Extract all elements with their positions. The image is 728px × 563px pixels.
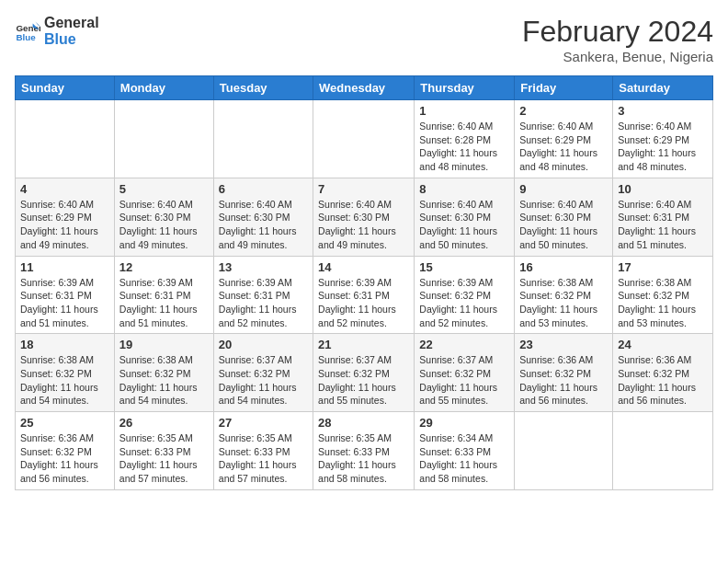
logo-line2: Blue xyxy=(44,31,99,48)
day-info: Sunrise: 6:36 AM Sunset: 6:32 PM Dayligh… xyxy=(519,353,608,408)
day-number: 25 xyxy=(20,416,109,430)
day-cell: 7Sunrise: 6:40 AM Sunset: 6:30 PM Daylig… xyxy=(313,178,415,256)
day-info: Sunrise: 6:38 AM Sunset: 6:32 PM Dayligh… xyxy=(519,276,608,330)
day-info: Sunrise: 6:38 AM Sunset: 6:32 PM Dayligh… xyxy=(119,353,209,408)
day-info: Sunrise: 6:40 AM Sunset: 6:30 PM Dayligh… xyxy=(419,198,509,252)
day-number: 13 xyxy=(219,260,308,274)
day-number: 5 xyxy=(119,182,209,196)
day-info: Sunrise: 6:40 AM Sunset: 6:30 PM Dayligh… xyxy=(119,198,209,252)
day-number: 21 xyxy=(318,338,409,351)
day-info: Sunrise: 6:35 AM Sunset: 6:33 PM Dayligh… xyxy=(318,431,409,486)
day-info: Sunrise: 6:39 AM Sunset: 6:31 PM Dayligh… xyxy=(20,276,109,330)
day-cell xyxy=(515,412,613,490)
day-header-thursday: Thursday xyxy=(415,76,515,100)
day-number: 2 xyxy=(519,104,608,118)
day-info: Sunrise: 6:35 AM Sunset: 6:33 PM Dayligh… xyxy=(119,431,209,486)
day-number: 11 xyxy=(20,260,109,274)
calendar-table: SundayMondayTuesdayWednesdayThursdayFrid… xyxy=(15,75,713,490)
day-number: 27 xyxy=(219,416,308,430)
day-cell: 4Sunrise: 6:40 AM Sunset: 6:29 PM Daylig… xyxy=(16,178,115,256)
day-number: 28 xyxy=(318,416,409,430)
day-header-sunday: Sunday xyxy=(16,76,115,100)
day-info: Sunrise: 6:38 AM Sunset: 6:32 PM Dayligh… xyxy=(20,353,109,408)
day-cell: 14Sunrise: 6:39 AM Sunset: 6:31 PM Dayli… xyxy=(313,256,415,334)
day-info: Sunrise: 6:40 AM Sunset: 6:28 PM Dayligh… xyxy=(419,120,509,174)
day-number: 3 xyxy=(618,104,708,118)
day-number: 10 xyxy=(618,182,708,196)
week-row-5: 25Sunrise: 6:36 AM Sunset: 6:32 PM Dayli… xyxy=(16,412,713,490)
day-number: 14 xyxy=(318,260,409,274)
day-cell: 15Sunrise: 6:39 AM Sunset: 6:32 PM Dayli… xyxy=(415,256,515,334)
day-number: 8 xyxy=(419,182,509,196)
day-number: 23 xyxy=(519,338,608,351)
day-info: Sunrise: 6:35 AM Sunset: 6:33 PM Dayligh… xyxy=(219,431,308,486)
logo: General Blue General Blue xyxy=(15,15,99,47)
day-number: 19 xyxy=(119,338,209,351)
day-number: 16 xyxy=(519,260,608,274)
day-number: 17 xyxy=(618,260,708,274)
day-cell: 21Sunrise: 6:37 AM Sunset: 6:32 PM Dayli… xyxy=(313,334,415,412)
day-info: Sunrise: 6:39 AM Sunset: 6:31 PM Dayligh… xyxy=(219,276,308,330)
day-number: 7 xyxy=(318,182,409,196)
day-info: Sunrise: 6:39 AM Sunset: 6:32 PM Dayligh… xyxy=(419,276,509,330)
day-info: Sunrise: 6:40 AM Sunset: 6:30 PM Dayligh… xyxy=(318,198,409,252)
day-cell: 23Sunrise: 6:36 AM Sunset: 6:32 PM Dayli… xyxy=(515,334,613,412)
day-header-friday: Friday xyxy=(515,76,613,100)
day-cell: 11Sunrise: 6:39 AM Sunset: 6:31 PM Dayli… xyxy=(16,256,115,334)
day-cell: 26Sunrise: 6:35 AM Sunset: 6:33 PM Dayli… xyxy=(114,412,213,490)
day-cell xyxy=(313,100,415,178)
day-info: Sunrise: 6:40 AM Sunset: 6:30 PM Dayligh… xyxy=(519,198,608,252)
day-cell: 28Sunrise: 6:35 AM Sunset: 6:33 PM Dayli… xyxy=(313,412,415,490)
day-cell: 6Sunrise: 6:40 AM Sunset: 6:30 PM Daylig… xyxy=(213,178,313,256)
day-info: Sunrise: 6:40 AM Sunset: 6:31 PM Dayligh… xyxy=(618,198,708,252)
day-number: 6 xyxy=(219,182,308,196)
day-number: 9 xyxy=(519,182,608,196)
day-cell: 25Sunrise: 6:36 AM Sunset: 6:32 PM Dayli… xyxy=(16,412,115,490)
day-cell: 24Sunrise: 6:36 AM Sunset: 6:32 PM Dayli… xyxy=(613,334,713,412)
calendar-title: February 2024 xyxy=(522,15,713,49)
day-cell: 12Sunrise: 6:39 AM Sunset: 6:31 PM Dayli… xyxy=(114,256,213,334)
day-header-saturday: Saturday xyxy=(613,76,713,100)
day-cell: 29Sunrise: 6:34 AM Sunset: 6:33 PM Dayli… xyxy=(415,412,515,490)
week-row-3: 11Sunrise: 6:39 AM Sunset: 6:31 PM Dayli… xyxy=(16,256,713,334)
day-cell: 3Sunrise: 6:40 AM Sunset: 6:29 PM Daylig… xyxy=(613,100,713,178)
logo-line1: General xyxy=(44,15,99,31)
day-number: 15 xyxy=(419,260,509,274)
day-cell xyxy=(613,412,713,490)
day-cell: 9Sunrise: 6:40 AM Sunset: 6:30 PM Daylig… xyxy=(515,178,613,256)
page-header: General Blue General Blue February 2024 … xyxy=(15,15,713,64)
day-cell: 20Sunrise: 6:37 AM Sunset: 6:32 PM Dayli… xyxy=(213,334,313,412)
day-number: 24 xyxy=(618,338,708,351)
day-cell xyxy=(213,100,313,178)
day-info: Sunrise: 6:40 AM Sunset: 6:29 PM Dayligh… xyxy=(20,198,109,252)
day-cell xyxy=(16,100,115,178)
week-row-2: 4Sunrise: 6:40 AM Sunset: 6:29 PM Daylig… xyxy=(16,178,713,256)
day-info: Sunrise: 6:39 AM Sunset: 6:31 PM Dayligh… xyxy=(318,276,409,330)
day-number: 29 xyxy=(419,416,509,430)
day-info: Sunrise: 6:36 AM Sunset: 6:32 PM Dayligh… xyxy=(20,431,109,486)
day-number: 4 xyxy=(20,182,109,196)
day-cell: 8Sunrise: 6:40 AM Sunset: 6:30 PM Daylig… xyxy=(415,178,515,256)
day-info: Sunrise: 6:40 AM Sunset: 6:29 PM Dayligh… xyxy=(519,120,608,174)
day-cell: 13Sunrise: 6:39 AM Sunset: 6:31 PM Dayli… xyxy=(213,256,313,334)
day-number: 12 xyxy=(119,260,209,274)
day-info: Sunrise: 6:39 AM Sunset: 6:31 PM Dayligh… xyxy=(119,276,209,330)
week-row-1: 1Sunrise: 6:40 AM Sunset: 6:28 PM Daylig… xyxy=(16,100,713,178)
day-number: 1 xyxy=(419,104,509,118)
svg-text:Blue: Blue xyxy=(16,31,36,41)
day-cell: 2Sunrise: 6:40 AM Sunset: 6:29 PM Daylig… xyxy=(515,100,613,178)
day-number: 22 xyxy=(419,338,509,351)
day-info: Sunrise: 6:37 AM Sunset: 6:32 PM Dayligh… xyxy=(219,353,308,408)
day-cell: 16Sunrise: 6:38 AM Sunset: 6:32 PM Dayli… xyxy=(515,256,613,334)
day-cell: 1Sunrise: 6:40 AM Sunset: 6:28 PM Daylig… xyxy=(415,100,515,178)
day-cell: 5Sunrise: 6:40 AM Sunset: 6:30 PM Daylig… xyxy=(114,178,213,256)
day-number: 20 xyxy=(219,338,308,351)
day-cell: 27Sunrise: 6:35 AM Sunset: 6:33 PM Dayli… xyxy=(213,412,313,490)
day-cell: 18Sunrise: 6:38 AM Sunset: 6:32 PM Dayli… xyxy=(16,334,115,412)
day-cell xyxy=(114,100,213,178)
day-header-tuesday: Tuesday xyxy=(213,76,313,100)
day-info: Sunrise: 6:37 AM Sunset: 6:32 PM Dayligh… xyxy=(318,353,409,408)
day-number: 18 xyxy=(20,338,109,351)
day-header-wednesday: Wednesday xyxy=(313,76,415,100)
day-cell: 19Sunrise: 6:38 AM Sunset: 6:32 PM Dayli… xyxy=(114,334,213,412)
